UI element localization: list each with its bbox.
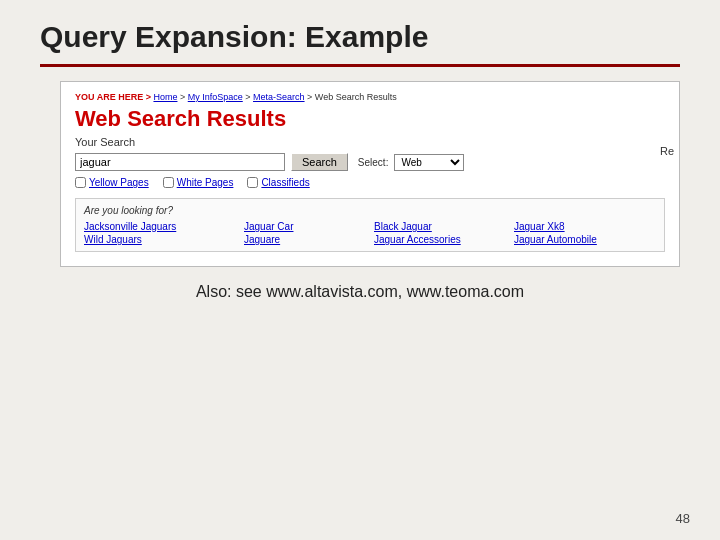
yellow-pages-link[interactable]: Yellow Pages — [89, 177, 149, 188]
suggestion-wild-jaguars[interactable]: Wild Jaguars — [84, 234, 244, 245]
slide-title: Query Expansion: Example — [40, 20, 680, 54]
checkbox-classifieds-input[interactable] — [247, 177, 258, 188]
search-row: Search Select: Web Images News — [75, 153, 665, 171]
suggestion-jaguar-xk8[interactable]: Jaguar Xk8 — [514, 221, 654, 232]
page-number: 48 — [676, 511, 690, 526]
white-pages-link[interactable]: White Pages — [177, 177, 234, 188]
looking-for-section: Are you looking for? Jacksonville Jaguar… — [75, 198, 665, 252]
search-button[interactable]: Search — [291, 153, 348, 171]
suggestion-jacksonville-jaguars[interactable]: Jacksonville Jaguars — [84, 221, 244, 232]
checkboxes-row: Yellow Pages White Pages Classifieds — [75, 177, 665, 188]
title-divider — [40, 64, 680, 67]
select-dropdown[interactable]: Web Images News — [394, 154, 464, 171]
classifieds-link[interactable]: Classifieds — [261, 177, 309, 188]
checkbox-yellow-pages-input[interactable] — [75, 177, 86, 188]
breadcrumb-myinfospace[interactable]: My InfoSpace — [188, 92, 243, 102]
suggestion-jaguar-automobile[interactable]: Jaguar Automobile — [514, 234, 654, 245]
select-label: Select: — [358, 157, 389, 168]
suggestion-jaguare[interactable]: Jaguare — [244, 234, 374, 245]
also-text-content: Also: see www.altavista.com, www.teoma.c… — [196, 283, 524, 300]
checkbox-white-pages-input[interactable] — [163, 177, 174, 188]
checkbox-yellow-pages[interactable]: Yellow Pages — [75, 177, 149, 188]
breadcrumb: YOU ARE HERE > Home > My InfoSpace > Met… — [75, 92, 665, 102]
you-are-here-label: YOU ARE HERE > — [75, 92, 151, 102]
looking-for-title: Are you looking for? — [84, 205, 656, 216]
breadcrumb-home[interactable]: Home — [153, 92, 177, 102]
also-text: Also: see www.altavista.com, www.teoma.c… — [40, 283, 680, 301]
checkbox-white-pages[interactable]: White Pages — [163, 177, 234, 188]
suggestion-jaguar-car[interactable]: Jaguar Car — [244, 221, 374, 232]
re-label: Re — [660, 145, 674, 157]
breadcrumb-websearchresults: Web Search Results — [315, 92, 397, 102]
slide-container: Query Expansion: Example YOU ARE HERE > … — [0, 0, 720, 540]
breadcrumb-metasearch[interactable]: Meta-Search — [253, 92, 305, 102]
your-search-label: Your Search — [75, 136, 665, 148]
suggestions-grid: Jacksonville Jaguars Jaguar Car Black Ja… — [84, 221, 656, 245]
search-input[interactable] — [75, 153, 285, 171]
web-search-results-title: Web Search Results — [75, 106, 665, 132]
suggestion-jaguar-accessories[interactable]: Jaguar Accessories — [374, 234, 514, 245]
checkbox-classifieds[interactable]: Classifieds — [247, 177, 309, 188]
browser-box: YOU ARE HERE > Home > My InfoSpace > Met… — [60, 81, 680, 267]
suggestion-black-jaguar[interactable]: Black Jaguar — [374, 221, 514, 232]
